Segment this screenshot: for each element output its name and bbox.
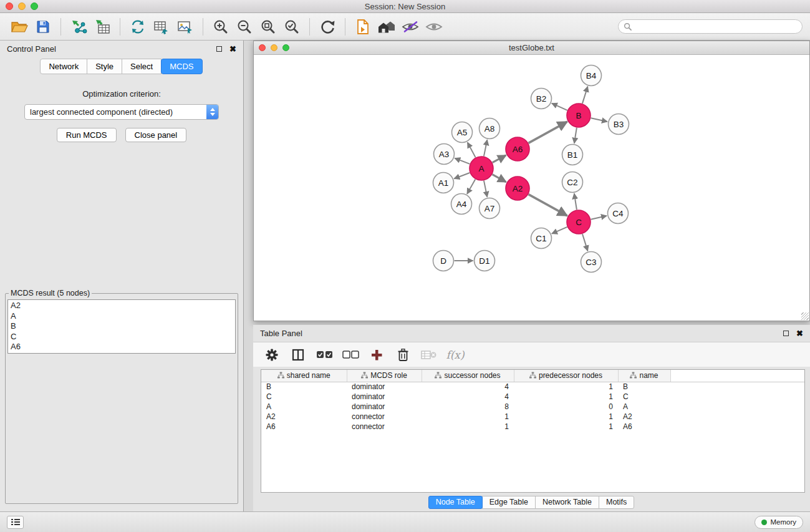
float-panel-icon[interactable]	[783, 331, 789, 336]
zoom-selected-button[interactable]	[280, 16, 304, 37]
column-header-shared-name[interactable]: shared name	[261, 370, 347, 382]
zoom-in-button[interactable]	[209, 16, 233, 37]
minimize-window-button[interactable]	[18, 2, 26, 10]
node-A2[interactable]: A2	[506, 177, 529, 200]
show-view-button[interactable]	[422, 16, 446, 37]
edge-A-A8[interactable]	[484, 140, 487, 156]
cell-mcds-role[interactable]: dominator	[347, 392, 422, 402]
cell-successor-nodes[interactable]: 1	[422, 422, 514, 432]
network-graph[interactable]: B4B2BB3A5A8A6A3B1AC2A1A2A4A7C4CC1C3DD1	[254, 55, 809, 321]
table-row-b[interactable]: Bdominator41B	[261, 382, 804, 392]
close-panel-button[interactable]: Close panel	[125, 128, 187, 142]
open-document-button[interactable]	[351, 16, 375, 37]
column-header-predecessor-nodes[interactable]: predecessor nodes	[514, 370, 618, 382]
edge-A-A3[interactable]	[455, 158, 470, 164]
export-table-button[interactable]	[150, 16, 173, 37]
tab-edge-table[interactable]: Edge Table	[482, 496, 536, 509]
result-item-b[interactable]: B	[11, 321, 233, 332]
cell-predecessor-nodes[interactable]: 1	[514, 392, 618, 402]
node-D1[interactable]: D1	[475, 251, 495, 271]
result-item-a6[interactable]: A6	[11, 342, 233, 352]
zoom-fit-button[interactable]	[256, 16, 280, 37]
edge-C-C2[interactable]	[574, 193, 577, 210]
node-C4[interactable]: C4	[608, 203, 629, 224]
network-zoom-button[interactable]	[282, 44, 289, 51]
edge-B-B1[interactable]	[574, 128, 577, 143]
column-header-mcds-role[interactable]: MCDS role	[347, 370, 422, 382]
cell-mcds-role[interactable]: dominator	[347, 402, 422, 412]
deselect-all-button[interactable]	[340, 346, 360, 364]
cell-successor-nodes[interactable]: 4	[422, 382, 514, 392]
cell-predecessor-nodes[interactable]: 1	[514, 412, 618, 422]
table-row-a2[interactable]: A2connector11A2	[261, 412, 804, 422]
import-network-button[interactable]	[67, 16, 90, 37]
tab-network[interactable]: Network	[40, 59, 87, 74]
tab-node-table[interactable]: Node Table	[428, 496, 483, 509]
edge-A-A6[interactable]	[493, 155, 506, 163]
open-session-button[interactable]	[7, 16, 31, 37]
result-item-a2[interactable]: A2	[11, 301, 233, 311]
result-item-c[interactable]: C	[11, 332, 233, 342]
network-minimize-button[interactable]	[271, 44, 277, 51]
node-A5[interactable]: A5	[452, 122, 473, 143]
hide-annotations-button[interactable]	[398, 16, 422, 37]
run-mcds-button[interactable]: Run MCDS	[57, 128, 117, 142]
cell-shared-name[interactable]: C	[261, 392, 347, 402]
edge-C-C1[interactable]	[552, 227, 567, 234]
edge-C-C4[interactable]	[591, 216, 607, 220]
function-builder-button[interactable]: f(x)	[445, 346, 465, 364]
clone-network-button[interactable]	[126, 16, 150, 37]
home-button[interactable]	[375, 16, 398, 37]
table-row-a[interactable]: Adominator80A	[261, 402, 804, 412]
node-B[interactable]: B	[567, 104, 591, 127]
node-A[interactable]: A	[470, 157, 493, 180]
column-header-name[interactable]: name	[618, 370, 670, 382]
table-row-a6[interactable]: A6connector11A6	[261, 422, 804, 432]
tab-select[interactable]: Select	[122, 59, 162, 74]
memory-button[interactable]: Memory	[755, 516, 803, 529]
import-table-button[interactable]	[90, 16, 114, 37]
window-resize-grip[interactable]	[801, 312, 809, 320]
cell-mcds-role[interactable]: connector	[347, 422, 422, 432]
edge-A2-C[interactable]	[529, 195, 567, 216]
edge-A-A4[interactable]	[467, 179, 475, 193]
close-panel-icon[interactable]: ✖	[796, 331, 803, 336]
cell-name[interactable]: A6	[618, 422, 670, 432]
node-C2[interactable]: C2	[562, 172, 583, 193]
cell-predecessor-nodes[interactable]: 1	[514, 382, 618, 392]
edge-B-B3[interactable]	[591, 118, 607, 122]
cell-successor-nodes[interactable]: 4	[422, 392, 514, 402]
node-B2[interactable]: B2	[531, 89, 552, 109]
node-C1[interactable]: C1	[531, 228, 552, 249]
close-panel-icon[interactable]: ✖	[229, 46, 236, 52]
node-A3[interactable]: A3	[434, 144, 455, 165]
cell-successor-nodes[interactable]: 8	[422, 402, 514, 412]
create-column-button[interactable]	[367, 346, 387, 364]
node-B1[interactable]: B1	[562, 145, 583, 165]
delete-table-button[interactable]	[419, 346, 439, 364]
toolbar-search[interactable]	[618, 19, 803, 34]
tab-mcds[interactable]: MCDS	[161, 59, 202, 74]
cell-predecessor-nodes[interactable]: 0	[514, 402, 618, 412]
cell-shared-name[interactable]: A	[261, 402, 347, 412]
cell-mcds-role[interactable]: dominator	[347, 382, 422, 392]
table-row-c[interactable]: Cdominator41C	[261, 392, 804, 402]
show-columns-button[interactable]	[288, 346, 308, 364]
cell-predecessor-nodes[interactable]: 1	[514, 422, 618, 432]
delete-column-button[interactable]	[393, 346, 413, 364]
edge-A-A7[interactable]	[484, 181, 487, 197]
edge-C-C3[interactable]	[582, 234, 588, 251]
zoom-out-button[interactable]	[233, 16, 256, 37]
mcds-result-list[interactable]: A2ABCA6	[7, 299, 236, 354]
edge-B-B4[interactable]	[582, 87, 588, 104]
node-B4[interactable]: B4	[581, 65, 602, 86]
edge-B-B2[interactable]	[552, 104, 567, 110]
node-A8[interactable]: A8	[480, 118, 500, 139]
node-C3[interactable]: C3	[581, 252, 602, 273]
node-B3[interactable]: B3	[609, 114, 629, 135]
node-C[interactable]: C	[567, 210, 591, 234]
tab-style[interactable]: Style	[87, 59, 122, 74]
result-item-a[interactable]: A	[11, 311, 233, 322]
network-close-button[interactable]	[259, 44, 266, 51]
cell-name[interactable]: C	[618, 392, 670, 402]
